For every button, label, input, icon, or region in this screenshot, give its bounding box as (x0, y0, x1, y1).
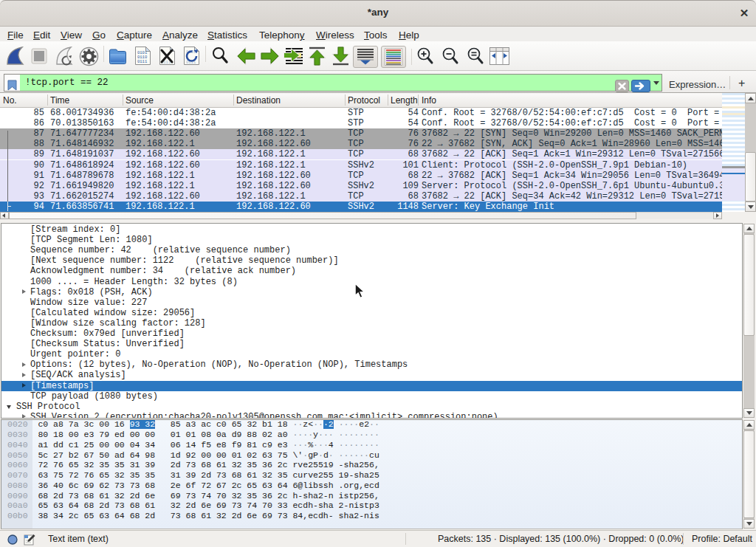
svg-text:0111: 0111 (137, 59, 148, 64)
